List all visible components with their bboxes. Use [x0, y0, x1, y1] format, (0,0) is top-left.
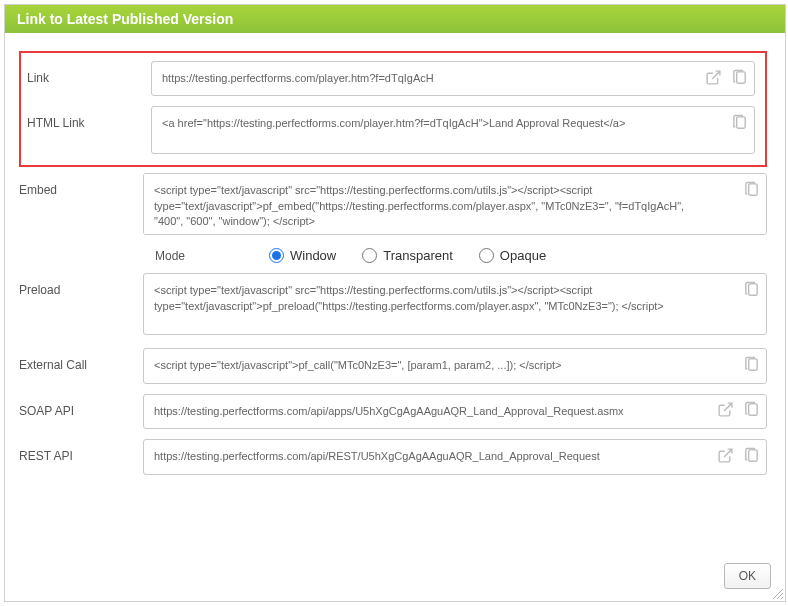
copy-icon[interactable]	[741, 445, 761, 465]
svg-rect-7	[748, 404, 757, 415]
preload-input[interactable]	[143, 273, 767, 335]
link-row: Link	[27, 61, 755, 96]
rest-api-row: REST API	[19, 439, 767, 474]
svg-rect-9	[748, 450, 757, 461]
soap-api-input[interactable]	[143, 394, 767, 429]
mode-option-label: Opaque	[500, 248, 546, 263]
mode-radio-transparent[interactable]	[362, 248, 377, 263]
mode-row: Mode Window Transparent Opaque	[155, 248, 767, 263]
link-label: Link	[27, 61, 151, 85]
open-link-icon[interactable]	[703, 67, 723, 87]
resize-handle-icon[interactable]	[771, 587, 783, 599]
svg-rect-3	[748, 184, 757, 195]
html-link-input[interactable]	[151, 106, 755, 154]
svg-line-6	[724, 403, 732, 411]
copy-icon[interactable]	[741, 179, 761, 199]
mode-radio-window[interactable]	[269, 248, 284, 263]
copy-icon[interactable]	[741, 400, 761, 420]
soap-api-label: SOAP API	[19, 394, 143, 418]
html-link-label: HTML Link	[27, 106, 151, 130]
soap-api-row: SOAP API	[19, 394, 767, 429]
copy-icon[interactable]	[741, 279, 761, 299]
mode-option-transparent[interactable]: Transparent	[362, 248, 453, 263]
mode-option-label: Transparent	[383, 248, 453, 263]
html-link-row: HTML Link	[27, 106, 755, 157]
mode-option-window[interactable]: Window	[269, 248, 336, 263]
svg-line-8	[724, 449, 732, 457]
preload-label: Preload	[19, 273, 143, 297]
mode-label: Mode	[155, 249, 243, 263]
external-call-row: External Call	[19, 348, 767, 383]
svg-line-0	[712, 71, 720, 79]
copy-icon[interactable]	[741, 354, 761, 374]
mode-option-label: Window	[290, 248, 336, 263]
copy-icon[interactable]	[729, 67, 749, 87]
rest-api-input[interactable]	[143, 439, 767, 474]
panel-title: Link to Latest Published Version	[5, 5, 785, 33]
highlighted-section: Link HTML Link	[19, 51, 767, 167]
svg-rect-2	[736, 117, 745, 128]
open-link-icon[interactable]	[715, 445, 735, 465]
ok-button[interactable]: OK	[724, 563, 771, 589]
open-link-icon[interactable]	[715, 400, 735, 420]
rest-api-label: REST API	[19, 439, 143, 463]
external-call-input[interactable]	[143, 348, 767, 383]
embed-input[interactable]	[143, 173, 767, 235]
link-version-panel: Link to Latest Published Version Link	[4, 4, 786, 602]
embed-label: Embed	[19, 173, 143, 197]
preload-row: Preload	[19, 273, 767, 338]
embed-row: Embed	[19, 173, 767, 238]
svg-rect-5	[748, 359, 757, 370]
copy-icon[interactable]	[729, 112, 749, 132]
svg-rect-4	[748, 284, 757, 295]
mode-radio-opaque[interactable]	[479, 248, 494, 263]
mode-option-opaque[interactable]: Opaque	[479, 248, 546, 263]
panel-body: Link HTML Link	[5, 33, 785, 495]
link-input[interactable]	[151, 61, 755, 96]
svg-rect-1	[736, 71, 745, 82]
external-call-label: External Call	[19, 348, 143, 372]
